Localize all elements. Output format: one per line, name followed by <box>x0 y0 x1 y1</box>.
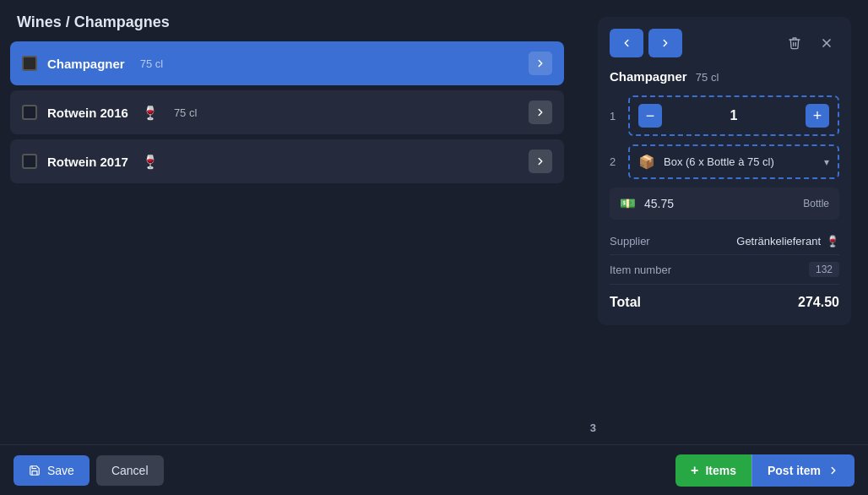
price-unit: Bottle <box>803 198 829 209</box>
bottom-bar: Save Cancel + Items Post item <box>0 444 868 495</box>
package-icon: 📦 <box>638 154 655 170</box>
item-name: Rotwein 2017 <box>47 155 128 169</box>
page-title: Wines / Champagnes <box>0 0 574 41</box>
section-number-2: 2 <box>610 155 628 168</box>
package-selector[interactable]: 📦 Box (6 x Bottle à 75 cl) ▾ <box>630 146 838 177</box>
items-button[interactable]: + Items <box>675 454 751 487</box>
quantity-value: 1 <box>730 108 738 123</box>
item-checkbox[interactable] <box>22 105 37 120</box>
item-emoji: 🍷 <box>142 154 159 170</box>
item-name: Rotwein 2016 <box>47 106 128 120</box>
items-list: Champagner 75 cl Rotwein 2016 🍷 75 cl <box>10 41 564 183</box>
items-label: Items <box>705 464 736 477</box>
post-item-button[interactable]: Post item <box>751 454 854 487</box>
nav-buttons <box>610 29 682 57</box>
save-label: Save <box>47 464 74 477</box>
package-selector-container[interactable]: 📦 Box (6 x Bottle à 75 cl) ▾ <box>628 144 839 179</box>
price-value: 45.75 <box>644 197 795 210</box>
list-item-left: Rotwein 2017 🍷 <box>22 154 159 170</box>
supplier-label: Supplier <box>610 235 650 248</box>
price-icon: 💵 <box>620 196 636 211</box>
list-item-left: Champagner 75 cl <box>22 56 163 71</box>
cancel-button[interactable]: Cancel <box>96 455 164 486</box>
items-plus-icon: + <box>691 463 698 478</box>
item-checkbox[interactable] <box>22 154 37 169</box>
item-emoji: 🍷 <box>142 105 159 121</box>
left-panel: Wines / Champagnes Champagner 75 cl Rotw… <box>0 0 574 495</box>
save-button[interactable]: Save <box>14 455 90 486</box>
quantity-section: 1 − 1 + <box>610 95 839 136</box>
item-chevron-button[interactable] <box>529 101 552 124</box>
header-actions <box>782 30 839 56</box>
save-icon <box>29 465 41 476</box>
detail-panel-header <box>610 29 839 57</box>
total-label: Total <box>610 295 641 310</box>
quantity-decrease-button[interactable]: − <box>638 104 662 128</box>
supplier-emoji: 🍷 <box>826 235 839 248</box>
step-indicator: 3 <box>590 422 596 434</box>
bottom-left-actions: Save Cancel <box>14 455 164 486</box>
item-checkbox[interactable] <box>22 56 37 71</box>
quantity-control-container: − 1 + <box>628 95 839 136</box>
prev-button[interactable] <box>610 29 643 57</box>
package-label: Box (6 x Bottle à 75 cl) <box>664 155 816 168</box>
item-number-label: Item number <box>610 264 671 276</box>
package-section: 2 📦 Box (6 x Bottle à 75 cl) ▾ <box>610 144 839 179</box>
supplier-row: Supplier Getränkelieferant 🍷 <box>610 228 839 255</box>
close-button[interactable] <box>814 30 839 56</box>
post-item-label: Post item <box>768 464 821 477</box>
item-number-row: Item number 132 <box>610 255 839 285</box>
cancel-label: Cancel <box>111 464 149 477</box>
list-item[interactable]: Champagner 75 cl <box>10 41 564 85</box>
product-title: Champagner 75 cl <box>610 69 839 84</box>
item-name: Champagner <box>47 57 125 71</box>
item-volume: 75 cl <box>174 106 197 119</box>
item-chevron-button[interactable] <box>529 52 552 75</box>
delete-button[interactable] <box>782 30 807 56</box>
post-item-chevron-icon <box>827 465 839 476</box>
total-value: 274.50 <box>798 295 839 310</box>
list-item[interactable]: Rotwein 2017 🍷 <box>10 139 564 183</box>
section-number-1: 1 <box>610 110 628 122</box>
item-chevron-button[interactable] <box>529 150 552 173</box>
next-button[interactable] <box>648 29 682 57</box>
quantity-control: − 1 + <box>630 97 838 134</box>
quantity-increase-button[interactable]: + <box>806 104 829 128</box>
price-row: 💵 45.75 Bottle <box>610 188 839 220</box>
item-number-badge: 132 <box>809 262 839 277</box>
list-item[interactable]: Rotwein 2016 🍷 75 cl <box>10 90 564 134</box>
bottom-right-actions: + Items Post item <box>675 454 854 487</box>
total-row: Total 274.50 <box>610 285 839 313</box>
list-item-left: Rotwein 2016 🍷 75 cl <box>22 105 197 121</box>
package-dropdown-icon: ▾ <box>824 156 829 168</box>
item-volume: 75 cl <box>140 57 163 70</box>
supplier-value: Getränkelieferant 🍷 <box>736 235 839 248</box>
